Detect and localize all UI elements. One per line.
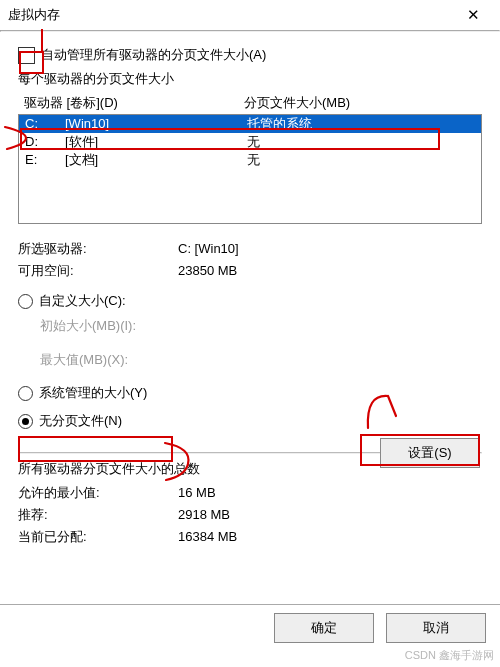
cur-key: 当前已分配:	[18, 526, 178, 548]
drive-letter: E:	[19, 151, 65, 169]
selected-drive-info: 所选驱动器: C: [Win10] 可用空间: 23850 MB	[18, 238, 482, 282]
drive-letter: D:	[19, 133, 65, 151]
system-managed-label: 系统管理的大小(Y)	[39, 380, 147, 406]
drive-size: 无	[247, 133, 481, 151]
no-paging-label: 无分页文件(N)	[39, 408, 122, 434]
system-managed-radio[interactable]	[18, 386, 33, 401]
bottom-separator	[0, 604, 500, 605]
cancel-button[interactable]: 取消	[386, 613, 486, 643]
auto-manage-checkbox[interactable]	[18, 47, 35, 64]
cur-val: 16384 MB	[178, 526, 237, 548]
drive-letter: C:	[19, 115, 65, 133]
drive-row-d[interactable]: D: [软件] 无	[19, 133, 481, 151]
drive-label: [文档]	[65, 151, 247, 169]
per-drive-label: 每个驱动器的分页文件大小	[18, 70, 482, 88]
drive-size: 托管的系统	[247, 115, 481, 133]
min-val: 16 MB	[178, 482, 216, 504]
max-size-row: 最大值(MB)(X):	[18, 348, 482, 372]
free-space-key: 可用空间:	[18, 260, 178, 282]
titlebar: 虚拟内存 ✕	[0, 0, 500, 30]
drive-col-header: 驱动器 [卷标](D)	[24, 94, 244, 112]
no-paging-radio[interactable]	[18, 414, 33, 429]
set-button[interactable]: 设置(S)	[380, 438, 480, 468]
size-col-header: 分页文件大小(MB)	[244, 94, 482, 112]
totals-block: 允许的最小值: 16 MB 推荐: 2918 MB 当前已分配: 16384 M…	[18, 482, 482, 548]
custom-size-label: 自定义大小(C):	[39, 288, 126, 314]
auto-manage-label: 自动管理所有驱动器的分页文件大小(A)	[41, 46, 266, 64]
auto-manage-row: 自动管理所有驱动器的分页文件大小(A)	[18, 46, 482, 64]
custom-size-radio[interactable]	[18, 294, 33, 309]
free-space-val: 23850 MB	[178, 260, 237, 282]
window-title: 虚拟内存	[8, 6, 60, 24]
max-size-key: 最大值(MB)(X):	[40, 348, 178, 372]
drive-row-c[interactable]: C: [Win10] 托管的系统	[19, 115, 481, 133]
drive-label: [Win10]	[65, 115, 247, 133]
initial-size-row: 初始大小(MB)(I):	[18, 314, 482, 338]
rec-key: 推荐:	[18, 504, 178, 526]
selected-drive-val: C: [Win10]	[178, 238, 239, 260]
watermark: CSDN 鑫海手游网	[405, 648, 494, 663]
drive-label: [软件]	[65, 133, 247, 151]
selected-drive-key: 所选驱动器:	[18, 238, 178, 260]
ok-button[interactable]: 确定	[274, 613, 374, 643]
initial-size-key: 初始大小(MB)(I):	[40, 314, 178, 338]
custom-size-option[interactable]: 自定义大小(C):	[18, 288, 482, 314]
drive-list-header: 驱动器 [卷标](D) 分页文件大小(MB)	[18, 94, 482, 112]
drive-list[interactable]: C: [Win10] 托管的系统 D: [软件] 无 E: [文档] 无	[18, 114, 482, 224]
drive-size: 无	[247, 151, 481, 169]
no-paging-option[interactable]: 无分页文件(N)	[18, 408, 482, 434]
min-key: 允许的最小值:	[18, 482, 178, 504]
drive-row-e[interactable]: E: [文档] 无	[19, 151, 481, 169]
rec-val: 2918 MB	[178, 504, 230, 526]
system-managed-option[interactable]: 系统管理的大小(Y)	[18, 380, 482, 406]
close-button[interactable]: ✕	[458, 6, 488, 24]
